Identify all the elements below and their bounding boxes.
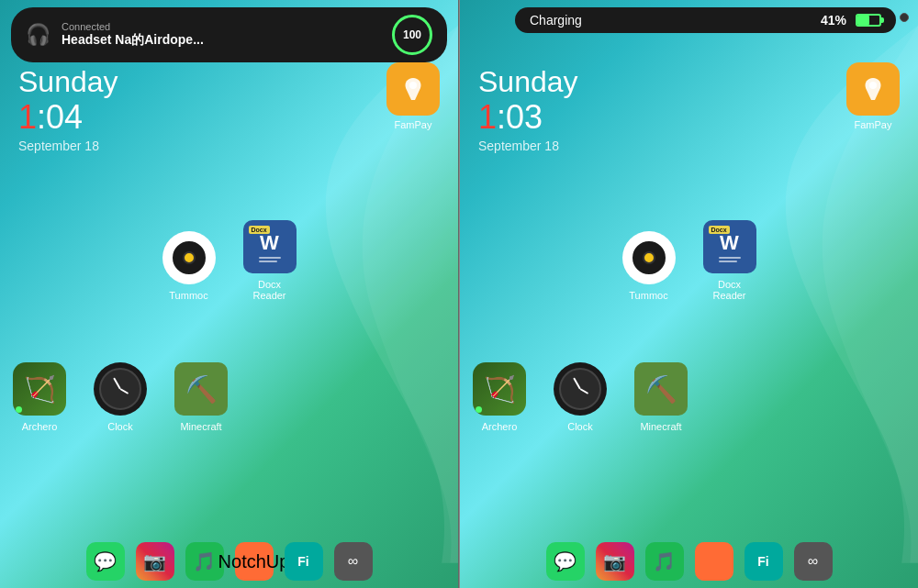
tummoc-icon-left xyxy=(162,231,216,284)
docx-label-left: DocxReader xyxy=(252,279,285,301)
archero-icon-left: 🏹 xyxy=(13,362,66,416)
dock-fi-right[interactable]: Fi xyxy=(744,542,783,581)
battery-fill xyxy=(857,16,869,25)
fampay-left[interactable]: FamPay xyxy=(386,62,440,130)
minecraft-icon-right: ⛏️ xyxy=(634,362,688,416)
minecraft-label-left: Minecraft xyxy=(180,421,221,432)
dock-fi-left[interactable]: Fi xyxy=(285,542,323,581)
dock-whatsapp-right[interactable]: 💬 xyxy=(546,542,585,581)
clock-label-left: Clock xyxy=(107,421,133,432)
clock-label-right: Clock xyxy=(567,421,593,432)
left-phone-screen: 🎧 Connected Headset Na的Airdope... 100 Su… xyxy=(0,0,458,588)
app-tummoc-right[interactable]: Tummoc xyxy=(622,231,676,301)
app-docx-right[interactable]: Docx W DocxReader xyxy=(703,220,756,301)
dock-left: 💬 📷 🎵 NotchUp Fi ∞ xyxy=(0,542,458,581)
minecraft-icon-left: ⛏️ xyxy=(174,362,228,416)
app-docx-left[interactable]: Docx W DocxReader xyxy=(243,220,297,301)
dock-notchup-right[interactable] xyxy=(695,542,733,581)
svg-point-1 xyxy=(869,82,877,89)
fampay-label-right: FamPay xyxy=(855,119,892,130)
dock-notchup-left[interactable]: NotchUp xyxy=(235,542,274,581)
minecraft-label-right: Minecraft xyxy=(640,421,681,432)
apps-row2-left: 🏹 Archero Clock ⛏️ Minecraft xyxy=(13,362,228,432)
dock-instagram-right[interactable]: 📷 xyxy=(596,542,634,581)
notification-connected: Connected xyxy=(62,21,381,32)
time-prefix-right: 1 xyxy=(478,98,497,137)
dock-whatsapp-left[interactable]: 💬 xyxy=(86,542,125,581)
notification-text: Connected Headset Na的Airdope... xyxy=(62,21,381,49)
time-suffix-right: :03 xyxy=(497,98,543,137)
charging-bar: Charging 41% xyxy=(515,7,896,33)
time-left: 1 :04 xyxy=(18,98,118,137)
dock-inf-left[interactable]: ∞ xyxy=(334,542,373,581)
fampay-right[interactable]: FamPay xyxy=(846,62,900,130)
app-archero-left[interactable]: 🏹 Archero xyxy=(13,362,66,432)
charging-text: Charging xyxy=(530,13,812,28)
app-clock-right[interactable]: Clock xyxy=(554,362,607,432)
clock-icon-left xyxy=(94,362,147,416)
archero-label-right: Archero xyxy=(482,421,518,432)
fampay-circle-left xyxy=(386,62,440,116)
archero-label-left: Archero xyxy=(22,421,58,432)
tummoc-label-right: Tummoc xyxy=(629,290,667,301)
dock-spotify-right[interactable]: 🎵 xyxy=(645,542,684,581)
docx-icon-right: Docx W xyxy=(703,220,756,273)
day-right: Sunday xyxy=(478,66,578,98)
notification-device: Headset Na的Airdope... xyxy=(62,32,381,49)
tummoc-label-left: Tummoc xyxy=(169,290,207,301)
apps-row2-right: 🏹 Archero Clock ⛏️ Minecraft xyxy=(473,362,688,432)
right-phone-screen: Charging 41% Sunday 1 :03 September 18 F… xyxy=(459,0,918,588)
svg-point-0 xyxy=(409,82,417,89)
app-minecraft-left[interactable]: ⛏️ Minecraft xyxy=(174,362,228,432)
date-sub-right: September 18 xyxy=(478,139,578,153)
date-sub-left: September 18 xyxy=(18,139,118,153)
airpods-icon: 🎧 xyxy=(26,23,50,47)
apps-row1-right: Tummoc Docx W DocxReader xyxy=(622,220,756,301)
time-prefix-left: 1 xyxy=(18,98,37,137)
date-area-right: Sunday 1 :03 September 18 xyxy=(478,66,578,153)
battery-bar xyxy=(856,14,881,27)
camera-dot xyxy=(900,13,909,22)
clock-icon-right xyxy=(554,362,607,416)
docx-label-right: DocxReader xyxy=(712,279,745,301)
app-clock-left[interactable]: Clock xyxy=(94,362,147,432)
apps-row1-left: Tummoc Docx W DocxReader xyxy=(162,220,297,301)
archero-icon-right: 🏹 xyxy=(473,362,526,416)
fampay-circle-right xyxy=(846,62,900,116)
notification-pill[interactable]: 🎧 Connected Headset Na的Airdope... 100 xyxy=(11,7,447,62)
app-minecraft-right[interactable]: ⛏️ Minecraft xyxy=(634,362,688,432)
dock-right: 💬 📷 🎵 Fi ∞ xyxy=(460,542,918,581)
date-area-left: Sunday 1 :04 September 18 xyxy=(18,66,118,153)
dock-instagram-left[interactable]: 📷 xyxy=(136,542,174,581)
dock-inf-right[interactable]: ∞ xyxy=(794,542,833,581)
time-right: 1 :03 xyxy=(478,98,578,137)
app-archero-right[interactable]: 🏹 Archero xyxy=(473,362,526,432)
airpods-battery: 100 xyxy=(392,15,432,55)
battery-tip xyxy=(881,17,884,23)
day-left: Sunday xyxy=(18,66,118,98)
time-suffix-left: :04 xyxy=(37,98,83,137)
battery-pct: 41% xyxy=(821,13,846,28)
app-tummoc-left[interactable]: Tummoc xyxy=(162,231,216,301)
fampay-label-left: FamPay xyxy=(395,119,432,130)
tummoc-icon-right xyxy=(622,231,676,284)
docx-icon-left: Docx W xyxy=(243,220,297,273)
